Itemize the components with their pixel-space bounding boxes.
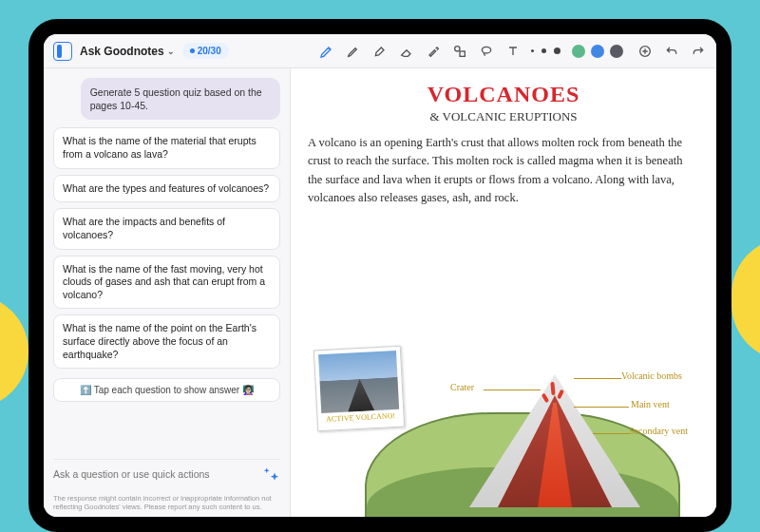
svg-point-2 [482, 47, 490, 53]
svg-point-0 [455, 46, 460, 50]
label-volcanic-bombs: Volcanic bombs [621, 370, 682, 381]
redo-button[interactable] [690, 43, 707, 60]
lasso-tool[interactable] [478, 43, 495, 60]
color-picker [572, 45, 623, 58]
shapes-tool[interactable] [451, 43, 468, 60]
note-subtitle: & VOLCANIC ERUPTIONS [429, 109, 577, 124]
color-swatch-3[interactable] [610, 45, 623, 58]
volcano-photo [318, 351, 399, 413]
color-swatch-1[interactable] [572, 45, 585, 58]
credit-dot-icon [190, 48, 195, 53]
pen-tool[interactable] [318, 43, 335, 60]
stroke-thick[interactable] [554, 48, 560, 54]
more-tools-button[interactable] [636, 43, 654, 60]
photo-polaroid: ACTIVE VOLCANO! [314, 346, 405, 432]
stroke-thin[interactable] [531, 49, 534, 52]
label-secondary-vent: Secondary vent [629, 426, 688, 436]
label-crater: Crater [450, 382, 474, 392]
diagram-eruption [542, 376, 568, 405]
quiz-question-card[interactable]: What are the types and features of volca… [53, 175, 280, 203]
quiz-question-card[interactable]: What is the name of the fast moving, ver… [53, 256, 280, 310]
text-tool[interactable] [504, 43, 522, 60]
quiz-question-card[interactable]: What is the name of the material that er… [53, 127, 280, 168]
quick-actions-button[interactable] [263, 466, 280, 483]
eyedropper-tool[interactable] [425, 43, 442, 60]
quiz-question-card[interactable]: What is the name of the point on the Ear… [53, 314, 280, 369]
stroke-medium[interactable] [542, 48, 546, 53]
eraser-tool[interactable] [398, 43, 415, 60]
highlighter-tool[interactable] [371, 43, 389, 60]
chat-input[interactable] [53, 468, 257, 480]
disclaimer-text: The response might contain incorrect or … [53, 494, 280, 511]
marker-tool[interactable] [345, 43, 362, 60]
note-body-text: A volcano is an opening Earth's crust th… [308, 134, 699, 208]
credits-value: 20/30 [198, 46, 221, 56]
tap-hint-label: ⬆️ Tap each question to show answer 👩🏻‍🏫 [53, 378, 280, 402]
volcano-diagram: ACTIVE VOLCANO! Crater Volcanic bombs [308, 346, 699, 517]
chevron-down-icon: ⌄ [167, 47, 175, 56]
svg-rect-1 [460, 51, 465, 56]
credits-pill[interactable]: 20/30 [182, 43, 229, 59]
stroke-width-picker [531, 48, 560, 54]
sidebar-toggle-button[interactable] [53, 42, 72, 61]
top-toolbar: Ask Goodnotes ⌄ 20/30 [44, 34, 716, 68]
tablet-frame: Ask Goodnotes ⌄ 20/30 [28, 19, 732, 532]
note-title: VOLCANOES [308, 82, 699, 107]
user-prompt-bubble: Generate 5 question quiz based on the pa… [81, 78, 280, 120]
color-swatch-2[interactable] [591, 45, 604, 58]
label-main-vent: Main vent [631, 399, 670, 409]
app-screen: Ask Goodnotes ⌄ 20/30 [44, 34, 716, 517]
chat-sidebar: Generate 5 question quiz based on the pa… [44, 68, 291, 517]
photo-caption: ACTIVE VOLCANO! [321, 411, 399, 424]
note-canvas[interactable]: VOLCANOES & VOLCANIC ERUPTIONS A volcano… [291, 68, 716, 517]
tool-icons [318, 43, 522, 60]
undo-button[interactable] [663, 43, 680, 60]
quiz-question-list: What is the name of the material that er… [53, 127, 280, 369]
quiz-question-card[interactable]: What are the impacts and benefits of vol… [53, 208, 280, 249]
ask-goodnotes-dropdown[interactable]: Ask Goodnotes ⌄ [80, 45, 175, 58]
app-title-label: Ask Goodnotes [80, 45, 164, 58]
